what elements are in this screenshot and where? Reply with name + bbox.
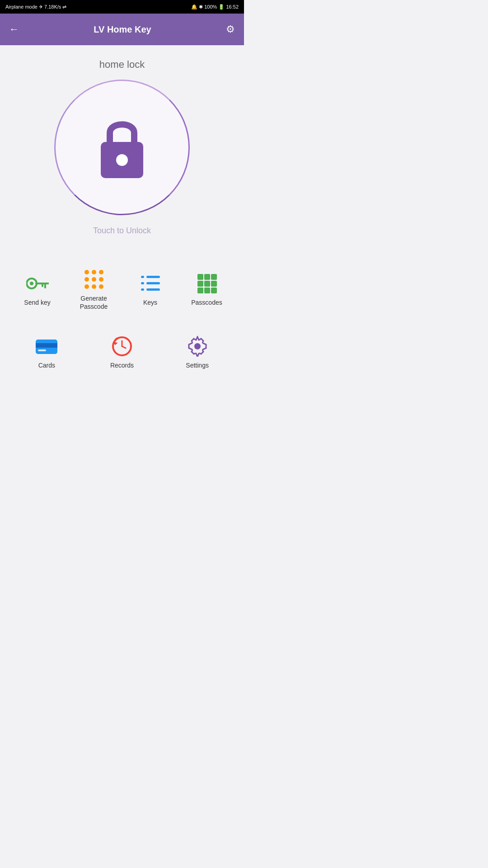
send-key-button[interactable]: Send key (9, 258, 66, 321)
card-icon (35, 335, 58, 358)
svg-point-27 (194, 343, 201, 349)
grid-icon (196, 272, 218, 295)
svg-rect-9 (146, 288, 160, 291)
svg-point-1 (116, 154, 128, 166)
toolbar-title: LV Home Key (94, 24, 151, 35)
lock-label: home lock (99, 59, 145, 71)
passcodes-button[interactable]: Passcodes (178, 258, 235, 321)
settings-gear-icon (186, 335, 209, 358)
svg-rect-13 (197, 274, 203, 280)
lock-button[interactable] (54, 80, 190, 215)
generate-passcode-button[interactable]: GeneratePasscode (66, 258, 122, 321)
passcodes-label: Passcodes (191, 298, 222, 307)
list-icon (139, 272, 162, 295)
svg-rect-16 (197, 281, 203, 287)
svg-rect-10 (141, 276, 144, 278)
svg-rect-18 (211, 281, 217, 287)
status-bar-left: Airplane mode ✈ 7.18K/s ⇌ (5, 4, 66, 10)
cards-label: Cards (38, 361, 55, 369)
settings-button[interactable]: Settings (160, 325, 235, 379)
svg-rect-20 (204, 288, 210, 293)
dots-icon (83, 268, 105, 291)
records-label: Records (110, 361, 134, 369)
cards-button[interactable]: Cards (9, 325, 84, 379)
settings-label: Settings (186, 361, 209, 369)
svg-point-3 (30, 282, 33, 285)
records-button[interactable]: Records (84, 325, 160, 379)
touch-to-unlock-label: Touch to Unlock (93, 226, 151, 236)
svg-rect-7 (146, 276, 160, 278)
svg-rect-15 (211, 274, 217, 280)
svg-rect-17 (204, 281, 210, 287)
back-button[interactable]: ← (9, 24, 19, 35)
keys-button[interactable]: Keys (122, 258, 178, 321)
actions-row-1: Send key GeneratePasscode (9, 258, 235, 321)
settings-icon[interactable]: ⚙ (226, 24, 235, 35)
svg-rect-19 (197, 288, 203, 293)
send-key-label: Send key (24, 298, 50, 307)
svg-rect-8 (146, 282, 160, 284)
svg-rect-23 (36, 343, 57, 348)
svg-rect-21 (211, 288, 217, 293)
status-bar: Airplane mode ✈ 7.18K/s ⇌ 🔔 ✱ 100% 🔋 16:… (0, 0, 244, 14)
generate-passcode-label: GeneratePasscode (80, 294, 108, 311)
status-bar-right: 🔔 ✱ 100% 🔋 16:52 (191, 4, 239, 10)
key-icon (26, 272, 49, 295)
toolbar: ← LV Home Key ⚙ (0, 14, 244, 45)
lock-icon (93, 113, 151, 183)
actions-row-2: Cards Records (9, 325, 235, 379)
svg-rect-14 (204, 274, 210, 280)
main-content: home lock Touch to Unlock (0, 45, 244, 380)
svg-rect-11 (141, 282, 144, 284)
svg-rect-24 (38, 349, 46, 351)
keys-label: Keys (143, 298, 157, 307)
svg-rect-12 (141, 288, 144, 291)
history-icon (111, 335, 133, 358)
